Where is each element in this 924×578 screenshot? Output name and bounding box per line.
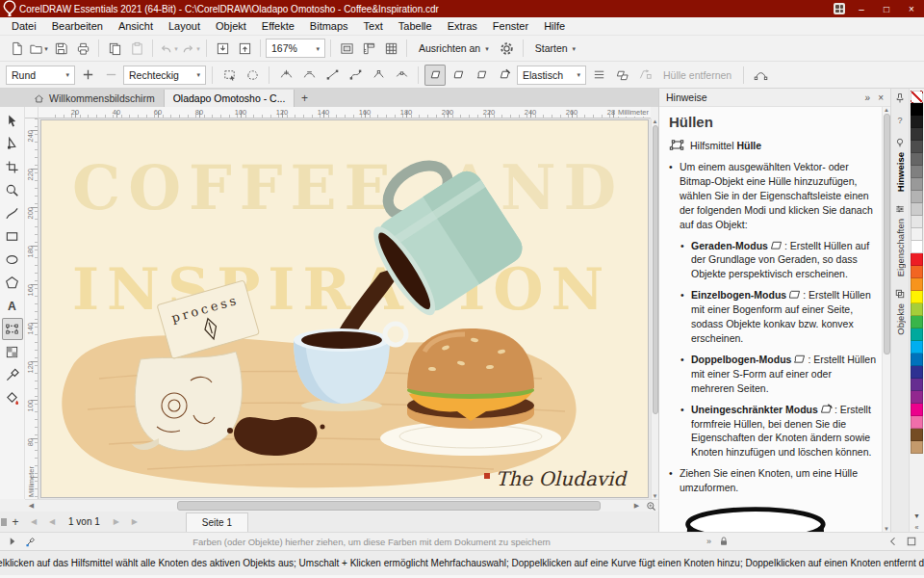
copy-button[interactable]: [104, 38, 125, 59]
smooth-node-button[interactable]: [391, 65, 412, 86]
dock-tab-hinweise[interactable]: Hinweise: [894, 137, 906, 192]
dock-tab-objekte[interactable]: Objekte: [894, 288, 906, 335]
color-swatch[interactable]: [911, 153, 923, 166]
zoom-tool[interactable]: [2, 179, 23, 201]
color-swatch[interactable]: [911, 103, 923, 116]
scroll-up-icon[interactable]: ▲: [653, 118, 658, 124]
show-grid-button[interactable]: [380, 38, 401, 59]
envelope-tool[interactable]: [2, 318, 23, 340]
no-color-swatch[interactable]: [911, 91, 923, 103]
full-screen-preview-button[interactable]: [336, 38, 357, 59]
ellipse-tool[interactable]: [2, 249, 23, 271]
previous-page-button[interactable]: ◀: [44, 514, 60, 530]
tab-welcome[interactable]: Willkommensbildschirm: [25, 90, 165, 107]
keep-lines-button[interactable]: [588, 65, 609, 86]
color-swatch[interactable]: [911, 166, 923, 178]
color-swatch[interactable]: [911, 341, 923, 354]
color-swatch[interactable]: [911, 354, 923, 366]
minimize-button[interactable]: –: [849, 0, 874, 17]
mapping-mode-combo[interactable]: Elastisch▾: [517, 66, 586, 85]
scroll-up-icon[interactable]: ▲: [884, 107, 889, 113]
horizontal-ruler[interactable]: 20 40 60 80 100 120 140 160 180 200 220 …: [38, 107, 651, 118]
next-page-button[interactable]: ▶: [109, 514, 124, 530]
color-swatch[interactable]: [911, 203, 923, 216]
show-rulers-button[interactable]: [358, 38, 379, 59]
color-swatch[interactable]: [911, 366, 923, 379]
menu-fenster[interactable]: Fenster: [485, 18, 536, 34]
help-icon[interactable]: ?: [897, 116, 902, 125]
text-tool[interactable]: A: [2, 295, 23, 317]
menu-tabelle[interactable]: Tabelle: [391, 18, 440, 34]
menu-objekt[interactable]: Objekt: [208, 18, 254, 34]
canvas-horizontal-scrollbar[interactable]: ◀ ▶: [25, 499, 658, 512]
menu-hilfe[interactable]: Hilfe: [536, 18, 573, 34]
color-swatch[interactable]: [911, 253, 923, 266]
add-preset-button[interactable]: [77, 65, 98, 86]
page-tab[interactable]: Seite 1: [186, 512, 248, 532]
color-swatch[interactable]: [911, 441, 923, 454]
rectangle-tool[interactable]: [2, 225, 23, 248]
color-swatch[interactable]: [911, 328, 923, 341]
interactive-fill-tool[interactable]: [2, 387, 23, 409]
account-icon[interactable]: [830, 0, 849, 17]
close-button[interactable]: ×: [899, 0, 924, 17]
to-line-button[interactable]: [321, 65, 343, 86]
menu-bearbeiten[interactable]: Bearbeiten: [44, 18, 111, 34]
color-swatch[interactable]: [911, 291, 923, 303]
color-swatch[interactable]: [911, 303, 923, 316]
palette-scroll-down-icon[interactable]: ▼: [913, 511, 920, 520]
zoom-level-combo[interactable]: 167%▾: [266, 39, 325, 58]
selection-mode-combo[interactable]: Rechteckig▾: [123, 66, 206, 85]
launcher-dropdown[interactable]: Starten▾: [528, 38, 582, 59]
shape-tool[interactable]: [2, 133, 23, 155]
single-arc-mode-button[interactable]: [448, 65, 469, 86]
menu-extras[interactable]: Extras: [440, 18, 485, 34]
delete-preset-button[interactable]: [100, 65, 121, 86]
export-button[interactable]: [234, 38, 255, 59]
new-tab-button[interactable]: +: [295, 90, 314, 107]
create-envelope-from-button[interactable]: [634, 65, 655, 86]
color-swatch[interactable]: [911, 216, 923, 228]
color-swatch[interactable]: [911, 429, 923, 441]
freehand-marquee-button[interactable]: [242, 65, 263, 86]
dock-tab-eigenschaften[interactable]: Eigenschaften: [894, 203, 906, 276]
cusp-node-button[interactable]: [368, 65, 389, 86]
envelope-preset-combo[interactable]: Rund▾: [6, 66, 75, 85]
straight-line-mode-button[interactable]: [424, 65, 446, 86]
delete-node-button[interactable]: [298, 65, 320, 86]
color-swatch[interactable]: [911, 404, 923, 416]
ruler-origin-corner[interactable]: [25, 107, 38, 118]
undo-button[interactable]: ▾: [158, 38, 179, 59]
crop-tool[interactable]: [2, 156, 23, 178]
scroll-right-icon[interactable]: ▶: [630, 500, 643, 512]
new-document-button[interactable]: [6, 38, 27, 59]
copy-envelope-button[interactable]: [611, 65, 632, 86]
import-button[interactable]: [212, 38, 233, 59]
transparency-tool[interactable]: [2, 341, 23, 363]
color-swatch[interactable]: [911, 128, 923, 141]
print-button[interactable]: [72, 38, 93, 59]
zoom-to-page-button[interactable]: [643, 500, 658, 512]
redo-button[interactable]: ▾: [180, 38, 201, 59]
open-button[interactable]: ▾: [28, 38, 49, 59]
color-swatch[interactable]: [911, 379, 923, 391]
docker-scrollbar[interactable]: ▲ ▼: [882, 107, 890, 532]
restore-button[interactable]: □: [874, 0, 899, 17]
options-gear-button[interactable]: [497, 38, 518, 59]
docker-close-icon[interactable]: ×: [878, 92, 884, 103]
unconstrained-mode-button[interactable]: [494, 65, 515, 86]
menu-ansicht[interactable]: Ansicht: [111, 18, 161, 34]
double-arc-mode-button[interactable]: [471, 65, 492, 86]
color-swatch[interactable]: [911, 278, 923, 291]
to-curve-button[interactable]: [345, 65, 366, 86]
save-button[interactable]: [50, 38, 71, 59]
frame-icon[interactable]: [906, 536, 917, 547]
pin-icon[interactable]: [894, 92, 906, 104]
color-swatch[interactable]: [911, 316, 923, 328]
canvas-vertical-scrollbar[interactable]: ▲ ▼: [651, 118, 658, 499]
freehand-tool[interactable]: [2, 202, 23, 224]
first-page-button[interactable]: ◀: [26, 514, 41, 530]
pick-tool[interactable]: [2, 110, 23, 132]
palette-flyout-icon[interactable]: «: [915, 522, 919, 532]
vertical-scroll-thumb[interactable]: [653, 125, 658, 414]
